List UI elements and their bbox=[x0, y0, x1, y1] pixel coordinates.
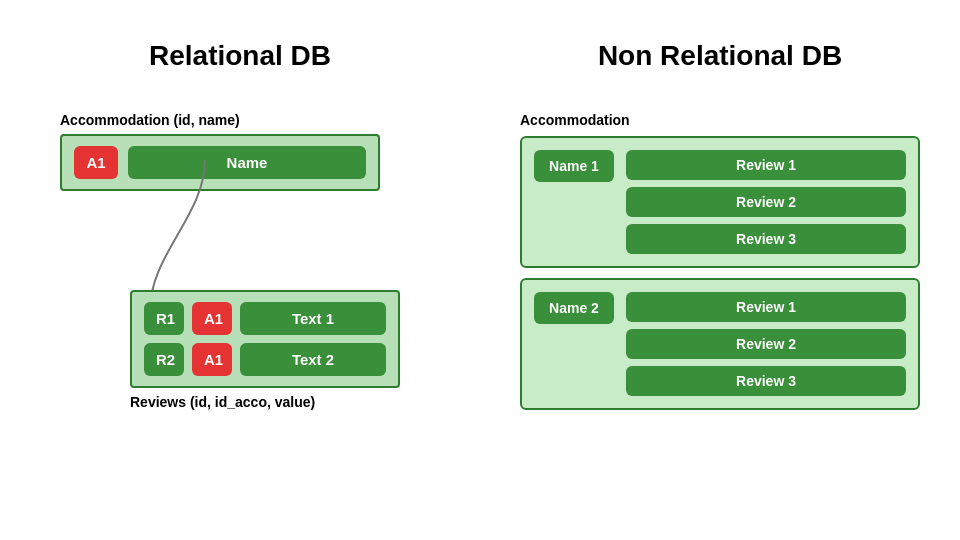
nr-review-2-3: Review 3 bbox=[626, 366, 906, 396]
nr-reviews-col-2: Review 1 Review 2 Review 3 bbox=[626, 292, 906, 396]
accommodation-id-cell: A1 bbox=[74, 146, 118, 179]
reviews-row-1: R1 A1 Text 1 bbox=[144, 302, 386, 335]
accommodation-name-cell: Name bbox=[128, 146, 366, 179]
review2-acco: A1 bbox=[192, 343, 232, 376]
left-title: Relational DB bbox=[60, 40, 420, 72]
nr-review-1-3: Review 3 bbox=[626, 224, 906, 254]
nr-accommodation-2: Name 2 Review 1 Review 2 Review 3 bbox=[520, 278, 920, 410]
nr-name-1: Name 1 bbox=[534, 150, 614, 182]
accommodation-label: Accommodation (id, name) bbox=[60, 112, 440, 128]
reviews-table: R1 A1 Text 1 R2 A1 Text 2 bbox=[130, 290, 400, 388]
nr-review-2-2: Review 2 bbox=[626, 329, 906, 359]
reviews-table-wrapper: R1 A1 Text 1 R2 A1 Text 2 Reviews (id, i… bbox=[130, 290, 400, 410]
review1-acco: A1 bbox=[192, 302, 232, 335]
nr-name-2: Name 2 bbox=[534, 292, 614, 324]
nr-review-2-1: Review 1 bbox=[626, 292, 906, 322]
review1-id: R1 bbox=[144, 302, 184, 335]
left-side: Relational DB Accommodation (id, name) A… bbox=[0, 0, 480, 540]
nr-review-1-1: Review 1 bbox=[626, 150, 906, 180]
right-title: Non Relational DB bbox=[520, 40, 920, 72]
nr-accommodation-1: Name 1 Review 1 Review 2 Review 3 bbox=[520, 136, 920, 268]
review1-value: Text 1 bbox=[240, 302, 386, 335]
right-side: Non Relational DB Accommodation Name 1 R… bbox=[480, 0, 960, 540]
review2-value: Text 2 bbox=[240, 343, 386, 376]
nr-accommodation-label: Accommodation bbox=[520, 112, 920, 128]
reviews-row-2: R2 A1 Text 2 bbox=[144, 343, 386, 376]
nr-review-1-2: Review 2 bbox=[626, 187, 906, 217]
main-container: Relational DB Accommodation (id, name) A… bbox=[0, 0, 960, 540]
review2-id: R2 bbox=[144, 343, 184, 376]
reviews-label: Reviews (id, id_acco, value) bbox=[130, 394, 400, 410]
nr-reviews-col-1: Review 1 Review 2 Review 3 bbox=[626, 150, 906, 254]
accommodation-table: A1 Name bbox=[60, 134, 380, 191]
